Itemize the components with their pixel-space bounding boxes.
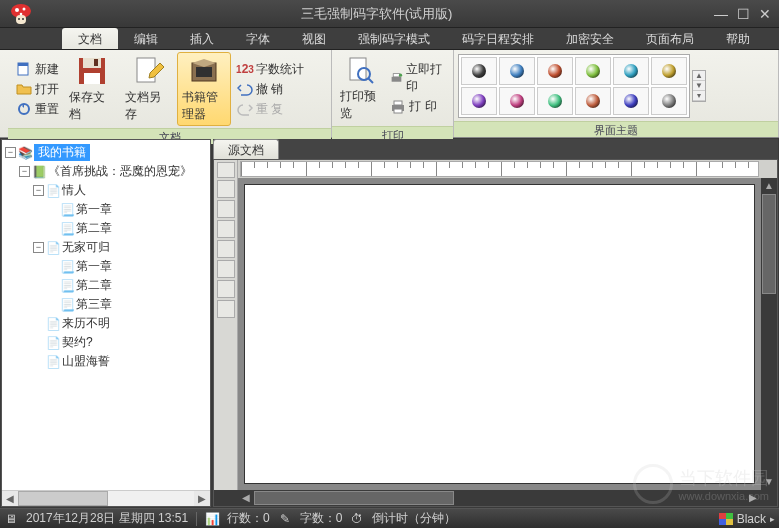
document-page[interactable] (244, 184, 755, 484)
tree-node-contract[interactable]: 📄契约? (5, 333, 207, 352)
theme-swatch-7[interactable] (499, 87, 535, 115)
theme-swatch-11[interactable] (651, 87, 687, 115)
tree-chapter[interactable]: 📃第三章 (5, 295, 207, 314)
statusbar: 🖥 2017年12月28日 星期四 13:51 📊 行数：0 ✎ 字数：0 ⏱ … (0, 508, 779, 528)
editor-frame: ▲▼ ◀▶ (213, 159, 778, 507)
svg-rect-24 (394, 101, 402, 105)
theme-swatch-6[interactable] (461, 87, 497, 115)
source-doc-tab[interactable]: 源文档 (213, 139, 279, 159)
status-theme[interactable]: Black (737, 512, 766, 526)
theme-swatch-0[interactable] (461, 57, 497, 85)
timer-icon: ⏱ (350, 512, 364, 526)
tree-root[interactable]: −📚我的书籍 (5, 143, 207, 162)
main-area: −📚我的书籍 −📗《首席挑战：恶魔的恩宠》 −📄情人 📃第一章 📃第二章 −📄无… (0, 138, 779, 508)
svg-rect-21 (393, 73, 399, 76)
book-manager-button[interactable]: 书籍管理器 (177, 52, 231, 126)
theme-swatch-10[interactable] (613, 87, 649, 115)
menu-font[interactable]: 字体 (230, 28, 286, 49)
book-icon: 📗 (32, 165, 46, 179)
svg-line-19 (368, 78, 373, 83)
print-preview-button[interactable]: 打印预览 (336, 52, 384, 124)
theme-swatch-3[interactable] (575, 57, 611, 85)
menu-insert[interactable]: 插入 (174, 28, 230, 49)
tree-hscrollbar[interactable]: ◀▶ (2, 490, 210, 506)
vtool-7[interactable] (217, 300, 235, 318)
svg-point-6 (22, 18, 24, 20)
menu-edit[interactable]: 编辑 (118, 28, 174, 49)
svg-rect-16 (196, 67, 212, 77)
menu-layout[interactable]: 页面布局 (630, 28, 710, 49)
menu-schedule[interactable]: 码字日程安排 (446, 28, 550, 49)
window-title: 三毛强制码字软件(试用版) (42, 5, 711, 23)
undo-button[interactable]: 撤 销 (233, 80, 308, 99)
theme-swatch-9[interactable] (575, 87, 611, 115)
ruler-corner (214, 160, 238, 178)
books-icon: 📚 (18, 146, 32, 160)
theme-grid (458, 54, 690, 118)
theme-swatch-1[interactable] (499, 57, 535, 85)
vtool-2[interactable] (217, 200, 235, 218)
doc-icon: 📃 (60, 279, 74, 293)
redo-icon (237, 101, 253, 117)
ribbon-group-label-theme: 界面主题 (454, 121, 778, 137)
redo-button[interactable]: 重 复 (233, 100, 308, 119)
vtool-5[interactable] (217, 260, 235, 278)
word-count-button[interactable]: 123字数统计 (233, 60, 308, 79)
tree-node-lovers[interactable]: −📄情人 (5, 181, 207, 200)
svg-rect-20 (392, 76, 402, 81)
tree-chapter[interactable]: 📃第一章 (5, 257, 207, 276)
vtool-6[interactable] (217, 280, 235, 298)
minimize-button[interactable]: — (711, 6, 731, 22)
tree-book[interactable]: −📗《首席挑战：恶魔的恩宠》 (5, 162, 207, 181)
tree-chapter[interactable]: 📃第二章 (5, 219, 207, 238)
open-button[interactable]: 打开 (12, 80, 63, 99)
maximize-button[interactable]: ☐ (733, 6, 753, 22)
vtool-4[interactable] (217, 240, 235, 258)
tree-node-origin[interactable]: 📄来历不明 (5, 314, 207, 333)
vtool-3[interactable] (217, 220, 235, 238)
print-button[interactable]: 打 印 (386, 97, 449, 116)
tree-body[interactable]: −📚我的书籍 −📗《首席挑战：恶魔的恩宠》 −📄情人 📃第一章 📃第二章 −📄无… (2, 140, 210, 490)
tree-node-oath[interactable]: 📄山盟海誓 (5, 352, 207, 371)
theme-swatch-2[interactable] (537, 57, 573, 85)
svg-rect-13 (94, 59, 98, 66)
open-icon (16, 81, 32, 97)
theme-swatch-4[interactable] (613, 57, 649, 85)
status-datetime: 2017年12月28日 星期四 13:51 (26, 510, 188, 527)
theme-swatch-5[interactable] (651, 57, 687, 85)
menu-security[interactable]: 加密安全 (550, 28, 630, 49)
menu-force-mode[interactable]: 强制码字模式 (342, 28, 446, 49)
ruler-toggle[interactable] (217, 162, 235, 178)
theme-scroll[interactable]: ▲▼▾ (692, 70, 706, 102)
new-icon (16, 61, 32, 77)
save-doc-button[interactable]: 保存文档 (65, 53, 119, 125)
theme-dropdown-icon[interactable]: ▸ (770, 514, 775, 524)
menu-help[interactable]: 帮助 (710, 28, 766, 49)
svg-rect-12 (84, 73, 100, 84)
horizontal-ruler[interactable] (240, 161, 759, 177)
tree-node-homeless[interactable]: −📄无家可归 (5, 238, 207, 257)
new-button[interactable]: 新建 (12, 60, 63, 79)
save-icon (76, 55, 108, 87)
close-button[interactable]: ✕ (755, 6, 775, 22)
app-icon (0, 0, 42, 28)
print-now-button[interactable]: 立即打印 (386, 60, 449, 96)
editor-hscrollbar[interactable]: ◀▶ (214, 490, 777, 506)
svg-rect-11 (83, 58, 101, 68)
ribbon: 新建 打开 重置 保存文档 文档另存 书籍管理器 123字数统计 撤 销 重 复 (0, 50, 779, 138)
page-area[interactable] (238, 178, 761, 490)
save-as-button[interactable]: 文档另存 (121, 53, 175, 125)
mushroom-icon (9, 2, 33, 26)
vtool-1[interactable] (217, 180, 235, 198)
reset-button[interactable]: 重置 (12, 100, 63, 119)
folder-icon: 📄 (46, 184, 60, 198)
menubar: 文档 编辑 插入 字体 视图 强制码字模式 码字日程安排 加密安全 页面布局 帮… (0, 28, 779, 50)
theme-swatch-8[interactable] (537, 87, 573, 115)
menu-doc[interactable]: 文档 (62, 28, 118, 49)
monitor-icon: 🖥 (4, 512, 18, 526)
svg-rect-25 (394, 109, 402, 113)
editor-vscrollbar[interactable]: ▲▼ (761, 178, 777, 490)
tree-chapter[interactable]: 📃第二章 (5, 276, 207, 295)
menu-view[interactable]: 视图 (286, 28, 342, 49)
tree-chapter[interactable]: 📃第一章 (5, 200, 207, 219)
